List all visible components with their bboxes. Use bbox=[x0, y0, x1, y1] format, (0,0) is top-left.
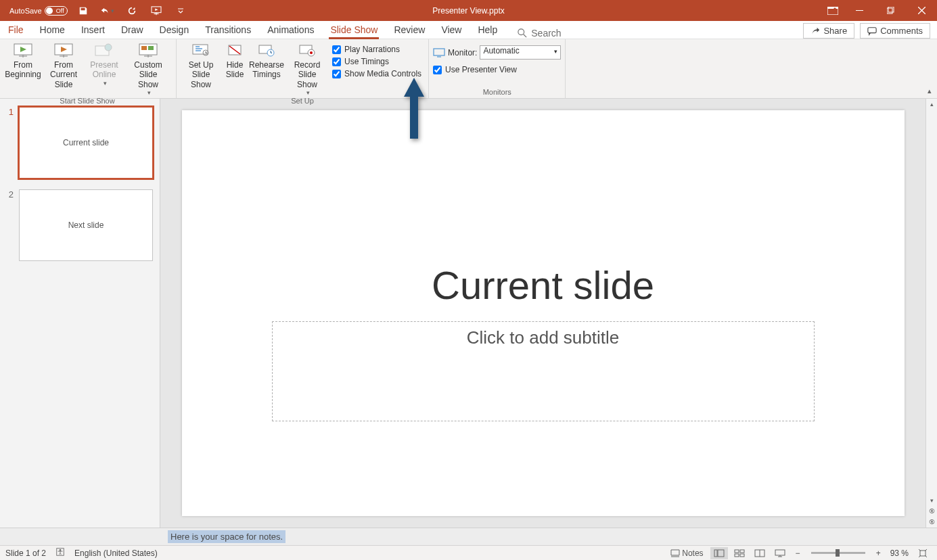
hide-slide-icon bbox=[224, 43, 246, 59]
custom-slide-show-button[interactable]: Custom Slide Show▾ bbox=[124, 41, 172, 97]
reading-view-icon[interactable] bbox=[751, 547, 769, 559]
hide-slide-button[interactable]: Hide Slide bbox=[221, 41, 248, 80]
tab-transitions[interactable]: Transitions bbox=[197, 20, 259, 39]
status-bar: Slide 1 of 2 English (United States) Not… bbox=[0, 545, 937, 560]
share-button[interactable]: Share bbox=[803, 23, 854, 39]
normal-view-icon[interactable] bbox=[710, 547, 728, 559]
from-beginning-icon bbox=[12, 43, 34, 59]
collapse-ribbon-icon[interactable]: ▴ bbox=[928, 87, 932, 95]
accessibility-icon[interactable] bbox=[55, 547, 65, 559]
setup-slide-show-button[interactable]: Set Up Slide Show bbox=[181, 41, 221, 89]
svg-rect-14 bbox=[148, 46, 154, 50]
record-slide-show-button[interactable]: Record Slide Show▾ bbox=[285, 41, 329, 97]
search-icon bbox=[518, 28, 527, 38]
maximize-icon[interactable] bbox=[875, 0, 906, 21]
use-presenter-view-checkbox[interactable]: Use Presenter View bbox=[433, 65, 517, 74]
custom-show-icon bbox=[137, 43, 159, 59]
customize-qat-icon[interactable] bbox=[172, 3, 189, 19]
svg-rect-2 bbox=[827, 7, 838, 9]
close-icon[interactable] bbox=[906, 0, 937, 21]
minimize-icon[interactable] bbox=[844, 0, 875, 21]
present-from-beginning-icon[interactable] bbox=[147, 3, 165, 19]
thumb-row-2[interactable]: 2 Next slide bbox=[7, 189, 153, 261]
fit-to-window-icon[interactable] bbox=[914, 547, 932, 559]
svg-rect-7 bbox=[868, 27, 876, 32]
svg-point-6 bbox=[518, 29, 524, 35]
svg-point-25 bbox=[60, 549, 62, 551]
svg-rect-23 bbox=[434, 49, 444, 55]
rehearse-timings-button[interactable]: Rehearse Timings bbox=[248, 41, 285, 80]
slide-editor: Current slide Click to add subtitle bbox=[160, 99, 925, 528]
play-narrations-checkbox[interactable]: Play Narrations bbox=[332, 45, 421, 54]
svg-point-11 bbox=[105, 44, 112, 51]
setup-icon bbox=[190, 43, 212, 59]
svg-rect-3 bbox=[856, 10, 863, 11]
svg-point-22 bbox=[310, 51, 313, 54]
undo-icon[interactable]: ▾ bbox=[99, 3, 116, 19]
comments-button[interactable]: Comments bbox=[860, 23, 930, 39]
slide-sorter-view-icon[interactable] bbox=[731, 547, 748, 559]
from-beginning-button[interactable]: From Beginning bbox=[3, 41, 43, 80]
use-timings-checkbox[interactable]: Use Timings bbox=[332, 57, 421, 66]
next-slide-icon[interactable]: ⦿ bbox=[926, 517, 937, 528]
tab-help[interactable]: Help bbox=[470, 20, 505, 39]
svg-rect-31 bbox=[740, 554, 744, 557]
language-status[interactable]: English (United States) bbox=[74, 549, 158, 558]
zoom-slider[interactable] bbox=[811, 552, 865, 554]
notes-icon bbox=[670, 549, 680, 557]
tab-insert[interactable]: Insert bbox=[73, 20, 113, 39]
monitor-label: Monitor: bbox=[448, 48, 477, 57]
search-box[interactable]: Search bbox=[518, 28, 561, 39]
slide-counter: Slide 1 of 2 bbox=[5, 549, 46, 558]
tab-view[interactable]: View bbox=[433, 20, 470, 39]
save-icon[interactable] bbox=[74, 3, 92, 19]
svg-rect-29 bbox=[740, 550, 744, 553]
slide-canvas-area[interactable]: Current slide Click to add subtitle bbox=[160, 99, 925, 528]
slideshow-view-icon[interactable] bbox=[771, 547, 789, 559]
tab-animations[interactable]: Animations bbox=[259, 20, 322, 39]
redo-icon[interactable] bbox=[123, 3, 141, 19]
workspace: 1 Current slide 2 Next slide Current sli… bbox=[0, 99, 937, 528]
svg-rect-26 bbox=[714, 550, 717, 557]
present-online-button[interactable]: Present Online▾ bbox=[84, 41, 124, 87]
autosave-toggle[interactable]: AutoSave Off bbox=[9, 6, 68, 16]
autosave-label: AutoSave bbox=[9, 7, 42, 15]
tab-home[interactable]: Home bbox=[32, 20, 73, 39]
monitor-dropdown[interactable]: Automatic ▾ bbox=[480, 45, 561, 60]
vertical-scrollbar[interactable]: ▴ ▾ ⦿ ⦿ bbox=[925, 99, 937, 528]
tab-draw[interactable]: Draw bbox=[113, 20, 152, 39]
chevron-down-icon: ▾ bbox=[554, 48, 557, 55]
rehearse-icon bbox=[256, 43, 277, 59]
notes-button[interactable]: Notes bbox=[666, 547, 707, 559]
ribbon: From Beginning From Current Slide Presen… bbox=[0, 39, 937, 99]
thumbnail-slide-2[interactable]: Next slide bbox=[19, 189, 153, 261]
monitor-icon bbox=[433, 48, 445, 57]
tab-review[interactable]: Review bbox=[386, 20, 433, 39]
svg-rect-30 bbox=[735, 554, 739, 557]
show-media-controls-checkbox[interactable]: Show Media Controls bbox=[332, 69, 421, 78]
from-current-slide-button[interactable]: From Current Slide bbox=[43, 41, 84, 89]
tab-slide-show[interactable]: Slide Show bbox=[322, 20, 386, 39]
autosave-switch[interactable]: Off bbox=[45, 6, 68, 16]
scroll-down-icon[interactable]: ▾ bbox=[926, 495, 937, 506]
tab-file[interactable]: File bbox=[0, 20, 32, 39]
subtitle-placeholder[interactable]: Click to add subtitle bbox=[272, 321, 815, 421]
svg-rect-28 bbox=[735, 550, 739, 553]
svg-rect-4 bbox=[887, 8, 892, 14]
tab-design[interactable]: Design bbox=[152, 20, 198, 39]
slide-canvas[interactable]: Current slide Click to add subtitle bbox=[182, 110, 905, 516]
thumb-row-1[interactable]: 1 Current slide bbox=[7, 107, 153, 179]
group-label-start: Start Slide Show bbox=[3, 97, 172, 107]
slide-title[interactable]: Current slide bbox=[182, 262, 905, 308]
record-icon bbox=[296, 43, 318, 59]
notes-pane[interactable]: Here is your space for notes. bbox=[0, 528, 937, 545]
zoom-level: 93 % bbox=[888, 549, 911, 558]
ribbon-tabs: File Home Insert Draw Design Transitions… bbox=[0, 21, 937, 39]
thumbnail-slide-1[interactable]: Current slide bbox=[19, 107, 153, 179]
scroll-up-icon[interactable]: ▴ bbox=[926, 99, 937, 110]
notes-text[interactable]: Here is your space for notes. bbox=[168, 530, 285, 543]
previous-slide-icon[interactable]: ⦿ bbox=[926, 506, 937, 517]
zoom-in-icon[interactable]: + bbox=[872, 547, 885, 559]
zoom-out-icon[interactable]: − bbox=[792, 547, 804, 559]
ribbon-display-options-icon[interactable] bbox=[822, 0, 844, 21]
